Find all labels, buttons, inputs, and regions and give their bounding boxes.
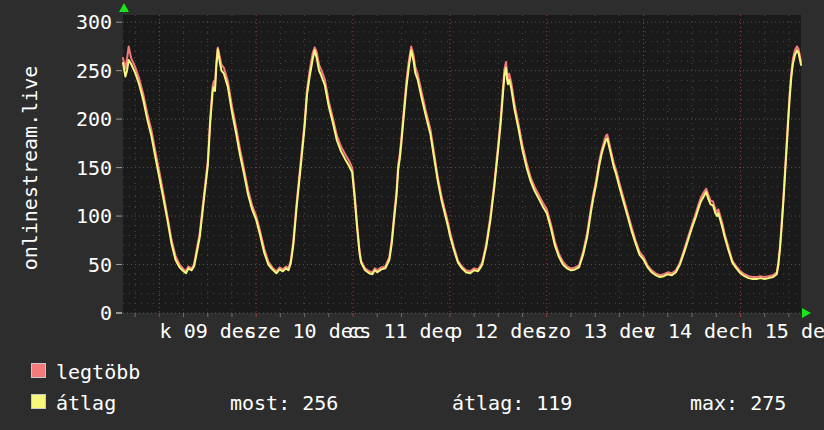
y-axis-title: onlinestream.live — [18, 66, 42, 271]
legend-swatch-atlag — [31, 394, 46, 409]
green-up-arrow — [119, 3, 129, 12]
legend-label-atlag: átlag — [56, 392, 116, 414]
y-tick-label: 150 — [48, 158, 112, 178]
x-tick-label: szo 13 dec — [535, 321, 655, 341]
y-tick-label: 250 — [48, 61, 112, 81]
stat-max: max: 275 — [690, 392, 786, 414]
x-tick-label: cs 11 dec — [347, 321, 455, 341]
y-tick-label: 0 — [48, 303, 112, 323]
legend-label-legtobb: legtöbb — [56, 361, 140, 383]
stat-atlag: átlag: 119 — [452, 392, 572, 414]
legend-swatch-legtobb — [31, 363, 46, 378]
x-tick-label: p 12 dec — [450, 321, 546, 341]
y-tick-label: 100 — [48, 206, 112, 226]
x-tick-label: h 15 dec — [741, 321, 824, 341]
stat-most: most: 256 — [230, 392, 338, 414]
green-right-arrow — [802, 308, 811, 318]
graph-window: onlinestream.live 300250200150100500 k 0… — [0, 0, 824, 430]
plot-svg — [115, 15, 801, 318]
y-tick-label: 200 — [48, 109, 112, 129]
x-tick-label: k 09 dec — [160, 321, 256, 341]
y-tick-label: 300 — [48, 12, 112, 32]
y-tick-label: 50 — [48, 255, 112, 275]
x-tick-label: v 14 dec — [644, 321, 740, 341]
